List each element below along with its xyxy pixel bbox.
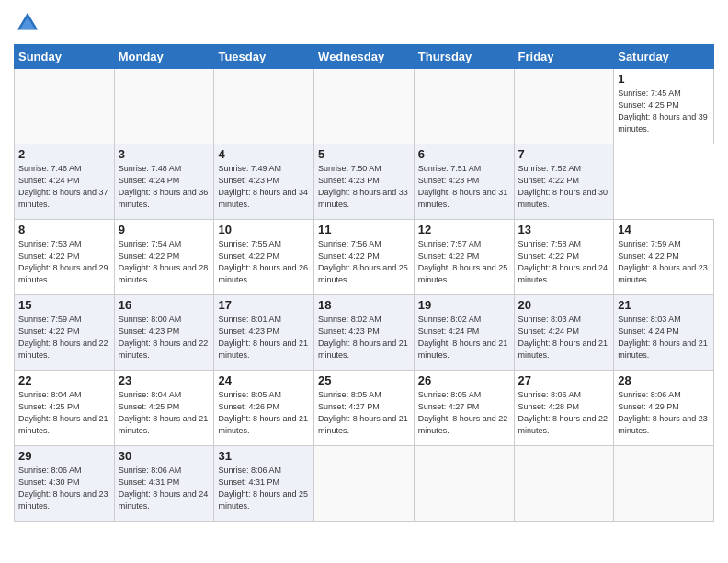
calendar-week-row: 15 Sunrise: 7:59 AMSunset: 4:22 PMDaylig…: [15, 295, 714, 371]
day-number: 18: [318, 298, 410, 312]
day-number: 8: [18, 223, 110, 236]
day-info: Sunrise: 8:06 AMSunset: 4:28 PMDaylight:…: [518, 390, 609, 435]
day-number: 31: [218, 449, 310, 463]
day-number: 12: [418, 223, 510, 236]
calendar-cell: 2 Sunrise: 7:46 AMSunset: 4:24 PMDayligh…: [15, 144, 115, 220]
calendar-cell: 1 Sunrise: 7:45 AMSunset: 4:25 PMDayligh…: [614, 69, 714, 144]
header: [14, 9, 714, 37]
day-number: 27: [518, 373, 610, 387]
calendar-week-row: 8 Sunrise: 7:53 AMSunset: 4:22 PMDayligh…: [15, 220, 714, 295]
calendar-header-tuesday: Tuesday: [214, 45, 314, 69]
day-number: 3: [119, 147, 210, 161]
day-info: Sunrise: 7:50 AMSunset: 4:23 PMDaylight:…: [318, 164, 408, 209]
day-number: 5: [318, 147, 410, 161]
calendar-cell: 29 Sunrise: 8:06 AMSunset: 4:30 PMDaylig…: [15, 446, 115, 522]
day-number: 1: [618, 72, 710, 86]
day-info: Sunrise: 7:46 AMSunset: 4:24 PMDaylight:…: [18, 164, 108, 209]
calendar-header-row: SundayMondayTuesdayWednesdayThursdayFrid…: [15, 45, 714, 69]
calendar-header-wednesday: Wednesday: [314, 45, 415, 69]
day-info: Sunrise: 8:06 AMSunset: 4:29 PMDaylight:…: [618, 390, 708, 435]
day-info: Sunrise: 7:53 AMSunset: 4:22 PMDaylight:…: [18, 239, 108, 284]
day-info: Sunrise: 8:05 AMSunset: 4:26 PMDaylight:…: [218, 390, 308, 435]
day-number: 9: [119, 223, 210, 236]
day-number: 16: [119, 298, 210, 312]
day-info: Sunrise: 8:03 AMSunset: 4:24 PMDaylight:…: [518, 315, 609, 360]
day-number: 26: [418, 373, 510, 387]
calendar-cell: 28 Sunrise: 8:06 AMSunset: 4:29 PMDaylig…: [614, 371, 714, 446]
day-info: Sunrise: 7:54 AMSunset: 4:22 PMDaylight:…: [119, 239, 209, 284]
calendar-cell: 25 Sunrise: 8:05 AMSunset: 4:27 PMDaylig…: [314, 371, 415, 446]
calendar-week-row: 2 Sunrise: 7:46 AMSunset: 4:24 PMDayligh…: [15, 144, 714, 220]
calendar-cell: 5 Sunrise: 7:50 AMSunset: 4:23 PMDayligh…: [314, 144, 415, 220]
day-info: Sunrise: 7:59 AMSunset: 4:22 PMDaylight:…: [18, 315, 108, 360]
calendar-cell: 21 Sunrise: 8:03 AMSunset: 4:24 PMDaylig…: [614, 295, 714, 371]
calendar-cell: 31 Sunrise: 8:06 AMSunset: 4:31 PMDaylig…: [214, 446, 314, 522]
day-info: Sunrise: 7:58 AMSunset: 4:22 PMDaylight:…: [518, 239, 609, 284]
day-number: 30: [119, 449, 210, 463]
calendar-cell: [414, 69, 514, 144]
day-info: Sunrise: 7:55 AMSunset: 4:22 PMDaylight:…: [218, 239, 308, 284]
calendar-cell: 3 Sunrise: 7:48 AMSunset: 4:24 PMDayligh…: [114, 144, 214, 220]
calendar-cell: 23 Sunrise: 8:04 AMSunset: 4:25 PMDaylig…: [114, 371, 214, 446]
calendar-cell: 15 Sunrise: 7:59 AMSunset: 4:22 PMDaylig…: [15, 295, 115, 371]
calendar-cell: 7 Sunrise: 7:52 AMSunset: 4:22 PMDayligh…: [514, 144, 614, 220]
day-number: 19: [418, 298, 510, 312]
calendar-cell: 10 Sunrise: 7:55 AMSunset: 4:22 PMDaylig…: [214, 220, 314, 295]
calendar-cell: [514, 69, 614, 144]
day-number: 21: [618, 298, 710, 312]
calendar-cell: [614, 446, 714, 522]
day-info: Sunrise: 7:59 AMSunset: 4:22 PMDaylight:…: [618, 239, 708, 284]
day-number: 15: [18, 298, 110, 312]
day-info: Sunrise: 8:04 AMSunset: 4:25 PMDaylight:…: [18, 390, 108, 435]
calendar-cell: 22 Sunrise: 8:04 AMSunset: 4:25 PMDaylig…: [15, 371, 115, 446]
day-number: 28: [618, 373, 710, 387]
day-info: Sunrise: 7:56 AMSunset: 4:22 PMDaylight:…: [318, 239, 408, 284]
day-info: Sunrise: 8:05 AMSunset: 4:27 PMDaylight:…: [318, 390, 408, 435]
calendar-cell: [214, 69, 314, 144]
calendar-cell: 12 Sunrise: 7:57 AMSunset: 4:22 PMDaylig…: [414, 220, 514, 295]
day-number: 14: [618, 223, 710, 236]
day-info: Sunrise: 7:57 AMSunset: 4:22 PMDaylight:…: [418, 239, 508, 284]
logo: [14, 9, 45, 37]
day-number: 23: [119, 373, 210, 387]
calendar-cell: 17 Sunrise: 8:01 AMSunset: 4:23 PMDaylig…: [214, 295, 314, 371]
calendar-cell: [414, 446, 514, 522]
day-info: Sunrise: 8:06 AMSunset: 4:31 PMDaylight:…: [218, 465, 308, 511]
day-number: 24: [218, 373, 310, 387]
day-number: 20: [518, 298, 610, 312]
calendar-cell: 27 Sunrise: 8:06 AMSunset: 4:28 PMDaylig…: [514, 371, 614, 446]
day-info: Sunrise: 7:51 AMSunset: 4:23 PMDaylight:…: [418, 164, 508, 209]
day-info: Sunrise: 8:06 AMSunset: 4:30 PMDaylight:…: [18, 465, 108, 511]
calendar-header-sunday: Sunday: [15, 45, 115, 69]
calendar-week-row: 29 Sunrise: 8:06 AMSunset: 4:30 PMDaylig…: [15, 446, 714, 522]
calendar-header-monday: Monday: [114, 45, 214, 69]
day-number: 7: [518, 147, 610, 161]
calendar-cell: 4 Sunrise: 7:49 AMSunset: 4:23 PMDayligh…: [214, 144, 314, 220]
day-info: Sunrise: 7:48 AMSunset: 4:24 PMDaylight:…: [119, 164, 209, 209]
day-info: Sunrise: 7:45 AMSunset: 4:25 PMDaylight:…: [618, 88, 708, 133]
day-info: Sunrise: 8:06 AMSunset: 4:31 PMDaylight:…: [119, 465, 209, 511]
day-info: Sunrise: 8:01 AMSunset: 4:23 PMDaylight:…: [218, 315, 308, 360]
day-number: 13: [518, 223, 610, 236]
calendar-cell: [314, 69, 415, 144]
calendar-cell: [314, 446, 415, 522]
calendar-table: SundayMondayTuesdayWednesdayThursdayFrid…: [14, 44, 714, 522]
day-number: 6: [418, 147, 510, 161]
calendar-header-thursday: Thursday: [414, 45, 514, 69]
day-number: 22: [18, 373, 110, 387]
calendar-cell: 14 Sunrise: 7:59 AMSunset: 4:22 PMDaylig…: [614, 220, 714, 295]
day-info: Sunrise: 7:52 AMSunset: 4:22 PMDaylight:…: [518, 164, 609, 209]
calendar-cell: 8 Sunrise: 7:53 AMSunset: 4:22 PMDayligh…: [15, 220, 115, 295]
page: SundayMondayTuesdayWednesdayThursdayFrid…: [0, 0, 728, 563]
calendar-cell: 6 Sunrise: 7:51 AMSunset: 4:23 PMDayligh…: [414, 144, 514, 220]
calendar-cell: 11 Sunrise: 7:56 AMSunset: 4:22 PMDaylig…: [314, 220, 415, 295]
day-info: Sunrise: 8:04 AMSunset: 4:25 PMDaylight:…: [119, 390, 209, 435]
calendar-header-saturday: Saturday: [614, 45, 714, 69]
calendar-cell: 18 Sunrise: 8:02 AMSunset: 4:23 PMDaylig…: [314, 295, 415, 371]
day-info: Sunrise: 8:02 AMSunset: 4:24 PMDaylight:…: [418, 315, 508, 360]
day-number: 10: [218, 223, 310, 236]
calendar-week-row: 22 Sunrise: 8:04 AMSunset: 4:25 PMDaylig…: [15, 371, 714, 446]
calendar-cell: 19 Sunrise: 8:02 AMSunset: 4:24 PMDaylig…: [414, 295, 514, 371]
calendar-cell: 13 Sunrise: 7:58 AMSunset: 4:22 PMDaylig…: [514, 220, 614, 295]
day-info: Sunrise: 8:00 AMSunset: 4:23 PMDaylight:…: [119, 315, 209, 360]
